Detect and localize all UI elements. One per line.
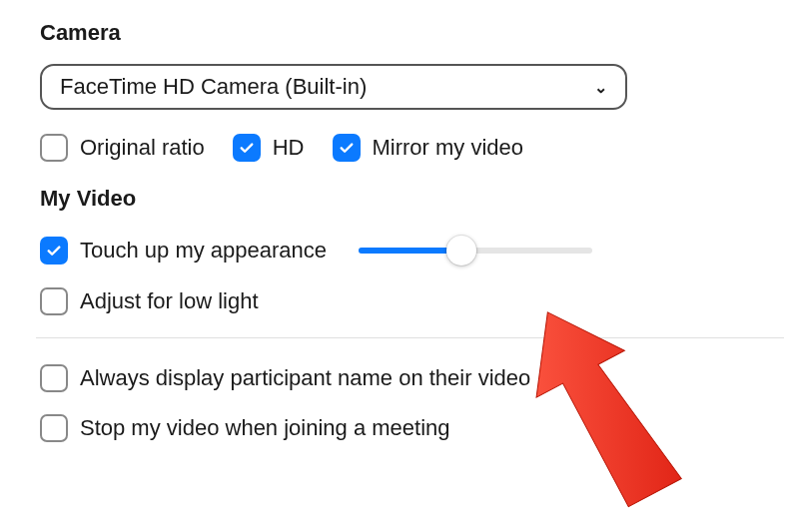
mirror-checkbox[interactable]: Mirror my video <box>333 134 524 162</box>
show-name-label: Always display participant name on their… <box>80 365 530 391</box>
touch-up-label: Touch up my appearance <box>80 238 327 264</box>
hd-label: HD <box>273 135 305 161</box>
stop-on-join-checkbox[interactable] <box>40 414 68 442</box>
touch-up-slider[interactable] <box>359 236 592 266</box>
checkmark-icon <box>45 242 63 260</box>
stop-on-join-label: Stop my video when joining a meeting <box>80 415 450 441</box>
hd-checkbox[interactable]: HD <box>233 134 305 162</box>
low-light-checkbox[interactable] <box>40 287 68 315</box>
touch-up-checkbox[interactable] <box>40 237 68 265</box>
show-name-checkbox[interactable] <box>40 364 68 392</box>
checkmark-icon <box>338 139 356 157</box>
my-video-section-title: My Video <box>40 186 759 212</box>
checkmark-icon <box>238 139 256 157</box>
camera-section-title: Camera <box>40 20 759 46</box>
camera-select[interactable]: FaceTime HD Camera (Built-in) ⌄ <box>40 64 627 110</box>
original-ratio-label: Original ratio <box>80 135 205 161</box>
original-ratio-checkbox[interactable]: Original ratio <box>40 134 205 162</box>
slider-thumb[interactable] <box>446 236 476 266</box>
chevron-down-icon: ⌄ <box>594 78 607 97</box>
mirror-label: Mirror my video <box>373 135 524 161</box>
low-light-label: Adjust for low light <box>80 288 259 314</box>
divider <box>36 337 784 338</box>
arrow-annotation-icon <box>489 289 709 529</box>
camera-select-value: FaceTime HD Camera (Built-in) <box>60 74 367 100</box>
